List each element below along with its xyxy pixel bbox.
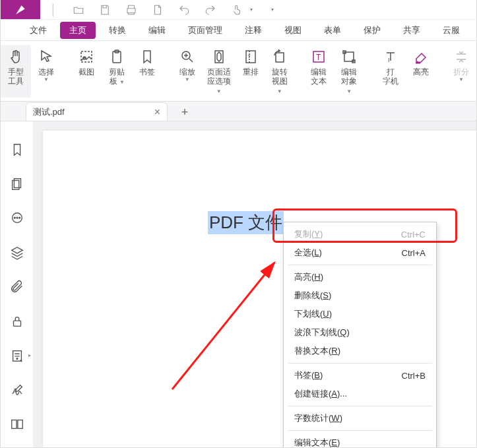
ribbon-edit-text[interactable]: T编辑文本 <box>304 45 333 98</box>
menu-tab-共享[interactable]: 共享 <box>394 22 429 39</box>
rotate-icon <box>270 48 290 66</box>
newdoc-icon[interactable] <box>151 3 164 16</box>
svg-rect-24 <box>11 420 16 429</box>
comments-panel[interactable] <box>10 211 24 226</box>
signatures-panel[interactable] <box>10 383 24 397</box>
menu-tab-编辑[interactable]: 编辑 <box>139 22 175 39</box>
menu-bar: 文件主页转换编辑页面管理注释视图表单保护共享云服 <box>1 20 476 41</box>
collapse-icon <box>451 48 471 66</box>
context-menu-替换文本[interactable]: 替换文本(R) <box>284 342 436 360</box>
document-tab[interactable]: 测试.pdf × <box>26 102 168 121</box>
context-menu-高亮[interactable]: 高亮(H) <box>284 268 436 286</box>
ribbon-clipboard[interactable]: 剪贴板 ▼ <box>102 45 132 98</box>
ribbon-label: 手型 <box>8 67 24 77</box>
context-menu-全选[interactable]: 全选(L)Ctrl+A <box>284 243 436 262</box>
editobj-icon <box>339 48 359 66</box>
qat-more-icon[interactable]: ▾ <box>250 7 253 13</box>
svg-rect-8 <box>276 53 284 62</box>
layers-icon <box>10 245 24 260</box>
undo-icon[interactable] <box>177 3 191 16</box>
add-tab-button[interactable]: + <box>177 106 193 121</box>
close-tab-icon[interactable]: × <box>154 106 160 118</box>
ribbon-collapse[interactable]: 折分▼ <box>446 45 476 98</box>
menu-tab-视图[interactable]: 视图 <box>275 22 311 39</box>
context-menu-创建链接[interactable]: 创建链接(A)... <box>284 385 436 403</box>
menu-tab-保护[interactable]: 保护 <box>354 22 390 39</box>
ribbon-reflow[interactable]: T重排 <box>236 45 265 98</box>
menu-tab-云服[interactable]: 云服 <box>433 22 469 39</box>
ribbon-select[interactable]: 选择▼ <box>31 45 61 98</box>
bookmark-icon <box>10 143 24 157</box>
svg-point-18 <box>14 217 15 218</box>
layers-panel[interactable] <box>10 245 24 260</box>
context-menu-删除线[interactable]: 删除线(S) <box>284 286 436 305</box>
context-menu-label: 波浪下划线(Q) <box>294 327 350 338</box>
save-icon[interactable] <box>98 3 111 16</box>
compare-icon <box>10 417 24 432</box>
context-menu-label: 全选(L) <box>294 247 322 259</box>
context-menu-label: 复制(Y) <box>294 228 323 240</box>
pagefit-icon <box>209 48 229 66</box>
ribbon-label2: 视图 ▼ <box>270 77 289 96</box>
ribbon-edit-object[interactable]: 编辑对象 ▼ <box>333 45 365 98</box>
ribbon-label2: 应选项 ▼ <box>207 77 231 96</box>
svg-rect-25 <box>17 420 22 429</box>
context-menu-下划线[interactable]: 下划线(U) <box>284 305 436 323</box>
menu-tab-注释[interactable]: 注释 <box>236 22 271 39</box>
redo-icon[interactable] <box>204 3 217 16</box>
compare-panel[interactable] <box>10 417 24 432</box>
svg-point-20 <box>18 217 20 218</box>
menu-tab-文件[interactable]: 文件 <box>20 22 56 39</box>
selected-text[interactable]: PDF 文件 <box>208 211 284 234</box>
ribbon-hand-tool[interactable]: 手型工具 <box>1 45 31 98</box>
ribbon-zoom[interactable]: 缩放▼ <box>173 45 202 98</box>
open-icon[interactable] <box>72 3 85 16</box>
dropdown-caret-icon: ▼ <box>185 75 190 84</box>
fields-panel[interactable]: ▸ <box>10 348 24 363</box>
menu-tab-表单[interactable]: 表单 <box>315 22 350 39</box>
ribbon-highlight[interactable]: 高亮 <box>406 45 436 98</box>
zoom-icon <box>177 48 197 66</box>
qat-customize-icon[interactable]: ▾ <box>271 7 274 13</box>
bookmark-icon <box>137 48 157 66</box>
context-menu-separator <box>288 265 432 265</box>
ribbon-rotate-view[interactable]: 旋转视图 ▼ <box>265 45 294 98</box>
context-menu-编辑文本[interactable]: 编辑文本(E) <box>284 433 436 448</box>
ribbon-label: 书签 <box>139 67 155 77</box>
ribbon-bookmark[interactable]: 书签 <box>132 45 162 98</box>
svg-text:I: I <box>388 57 390 63</box>
context-menu: 复制(Y)Ctrl+C全选(L)Ctrl+A高亮(H)删除线(S)下划线(U)波… <box>283 222 437 448</box>
document-tab-title: 测试.pdf <box>33 106 65 118</box>
app-logo <box>1 0 40 19</box>
security-panel[interactable] <box>10 314 24 329</box>
ribbon-typewriter[interactable]: I打字机 <box>375 45 406 98</box>
context-menu-separator <box>288 406 432 406</box>
svg-text:T: T <box>316 53 321 62</box>
ribbon-toolbar: 手型工具选择▼截图剪贴板 ▼书签缩放▼页面适应选项 ▼T重排旋转视图 ▼T编辑文… <box>1 41 476 102</box>
context-menu-波浪下划线[interactable]: 波浪下划线(Q) <box>284 323 436 342</box>
pen-nib-icon <box>15 4 26 16</box>
pages-icon <box>10 177 24 191</box>
print-icon[interactable] <box>125 3 138 16</box>
context-menu-label: 书签(B) <box>294 369 323 381</box>
side-panel: ▸ <box>1 121 34 447</box>
pages-panel[interactable] <box>10 177 24 191</box>
ribbon-page-fit[interactable]: 页面适应选项 ▼ <box>202 45 236 98</box>
svg-rect-21 <box>13 321 20 326</box>
ribbon-screenshot[interactable]: 截图 <box>71 45 102 98</box>
menu-tab-主页[interactable]: 主页 <box>60 22 96 39</box>
context-menu-书签[interactable]: 书签(B)Ctrl+B <box>284 366 436 385</box>
ribbon-label: 编辑 <box>341 67 357 77</box>
dropdown-caret-icon: ▼ <box>44 75 49 84</box>
touch-icon[interactable] <box>230 3 243 16</box>
ribbon-label: 重排 <box>243 67 259 77</box>
ribbon-label2: 板 ▼ <box>110 77 125 87</box>
bookmarks-panel[interactable] <box>10 143 24 157</box>
ribbon-label2: 字机 <box>383 77 398 86</box>
highlight-icon <box>411 48 431 66</box>
menu-tab-页面管理[interactable]: 页面管理 <box>179 22 232 39</box>
menu-tab-转换[interactable]: 转换 <box>100 22 135 39</box>
attachments-panel[interactable] <box>10 280 24 294</box>
context-menu-字数统计[interactable]: 字数统计(W) <box>284 409 436 428</box>
context-menu-shortcut: Ctrl+C <box>401 230 426 240</box>
